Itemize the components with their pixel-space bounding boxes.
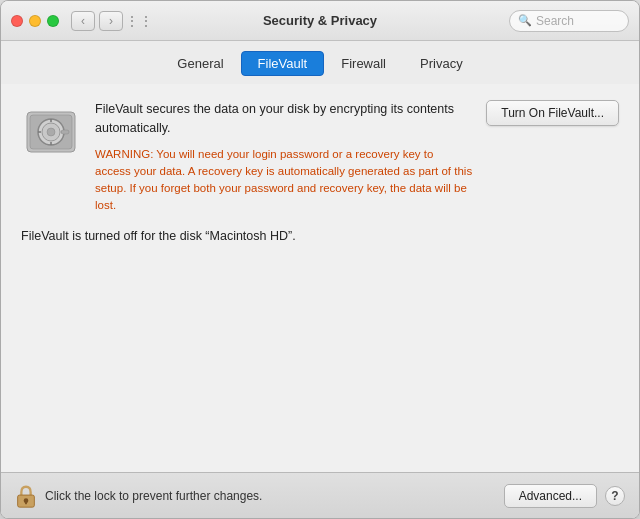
- tab-firewall[interactable]: Firewall: [324, 51, 403, 76]
- filevault-description: FileVault secures the data on your disk …: [95, 100, 472, 138]
- filevault-top-row: FileVault secures the data on your disk …: [21, 100, 619, 215]
- turn-on-filevault-button[interactable]: Turn On FileVault...: [486, 100, 619, 126]
- main-window: ‹ › ⋮⋮ Security & Privacy 🔍 Search Gener…: [0, 0, 640, 519]
- nav-buttons: ‹ ›: [71, 11, 123, 31]
- svg-rect-12: [25, 501, 27, 504]
- svg-point-4: [47, 128, 55, 136]
- titlebar: ‹ › ⋮⋮ Security & Privacy 🔍 Search: [1, 1, 639, 41]
- traffic-lights: [11, 15, 59, 27]
- filevault-text-block: FileVault secures the data on your disk …: [95, 100, 472, 215]
- close-button[interactable]: [11, 15, 23, 27]
- bottom-right-buttons: Advanced... ?: [504, 484, 625, 508]
- grid-button[interactable]: ⋮⋮: [127, 11, 151, 31]
- content-area: FileVault secures the data on your disk …: [1, 84, 639, 472]
- filevault-icon: [21, 102, 81, 162]
- lock-button[interactable]: Click the lock to prevent further change…: [15, 483, 262, 509]
- help-button[interactable]: ?: [605, 486, 625, 506]
- tabbar: General FileVault Firewall Privacy: [1, 41, 639, 84]
- minimize-button[interactable]: [29, 15, 41, 27]
- window-title: Security & Privacy: [263, 13, 377, 28]
- svg-rect-9: [61, 130, 69, 134]
- lock-icon: [15, 483, 37, 509]
- tab-general[interactable]: General: [160, 51, 240, 76]
- forward-button[interactable]: ›: [99, 11, 123, 31]
- maximize-button[interactable]: [47, 15, 59, 27]
- search-box[interactable]: 🔍 Search: [509, 10, 629, 32]
- bottombar: Click the lock to prevent further change…: [1, 472, 639, 518]
- search-input[interactable]: Search: [536, 14, 574, 28]
- tab-privacy[interactable]: Privacy: [403, 51, 480, 76]
- back-button[interactable]: ‹: [71, 11, 95, 31]
- lock-text: Click the lock to prevent further change…: [45, 489, 262, 503]
- tab-filevault[interactable]: FileVault: [241, 51, 325, 76]
- warning-text: WARNING: You will need your login passwo…: [95, 146, 472, 215]
- search-icon: 🔍: [518, 14, 532, 27]
- filevault-status: FileVault is turned off for the disk “Ma…: [21, 229, 619, 243]
- advanced-button[interactable]: Advanced...: [504, 484, 597, 508]
